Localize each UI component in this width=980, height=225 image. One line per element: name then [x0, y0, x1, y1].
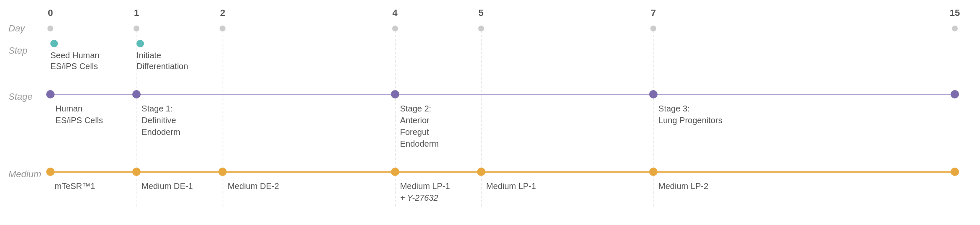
medium-text-4: Medium LP-1	[486, 180, 536, 192]
medium-line	[50, 171, 955, 173]
stage-dot-4	[951, 90, 959, 98]
day-label-0: 0	[48, 8, 53, 18]
stage-dot-1	[132, 90, 141, 98]
step-item-1: InitiateDifferentiation	[136, 40, 188, 72]
stage-line	[50, 94, 955, 95]
day-label-5: 5	[479, 8, 484, 18]
dashed-line-5	[481, 31, 482, 207]
medium-text-1: Medium DE-1	[141, 180, 193, 192]
stage-dot-0	[46, 90, 55, 98]
medium-text-2: Medium DE-2	[228, 180, 279, 192]
medium-text-0: mTeSR™1	[55, 180, 95, 192]
stage-dot-2	[391, 90, 399, 98]
dashed-line-7	[653, 31, 654, 207]
medium-dot-5	[649, 168, 658, 176]
day-dot-15	[952, 26, 958, 31]
stage-text-3: Stage 3:Lung Progenitors	[658, 103, 722, 126]
day-label-1: 1	[134, 8, 139, 18]
day-dot-0	[47, 26, 53, 31]
day-label-7: 7	[651, 8, 656, 18]
timeline-container: Day Step Stage Medium 01245715 Seed Huma…	[0, 0, 980, 225]
day-label-4: 4	[393, 8, 398, 18]
label-step: Step	[8, 45, 27, 56]
step-dot-0	[50, 40, 58, 47]
medium-dot-3	[391, 168, 399, 176]
stage-text-2: Stage 2:AnteriorForegutEndoderm	[400, 103, 439, 150]
step-item-0: Seed HumanES/iPS Cells	[50, 40, 100, 72]
medium-text-5: Medium LP-2	[658, 180, 708, 192]
medium-text-3: Medium LP-1+ Y-27632	[400, 180, 450, 204]
step-dot-1	[136, 40, 144, 47]
medium-dot-1	[132, 168, 141, 176]
step-text-0: Seed HumanES/iPS Cells	[50, 50, 100, 72]
stage-text-0: HumanES/iPS Cells	[55, 103, 103, 126]
dashed-line-4	[395, 31, 396, 207]
step-text-1: InitiateDifferentiation	[136, 50, 188, 72]
label-day: Day	[8, 23, 25, 34]
medium-dot-0	[46, 168, 55, 176]
stage-text-1: Stage 1:DefinitiveEndoderm	[141, 103, 180, 138]
day-label-15: 15	[950, 8, 960, 18]
stage-dot-3	[649, 90, 658, 98]
dashed-line-2	[223, 31, 223, 207]
day-label-2: 2	[220, 8, 225, 18]
label-stage: Stage	[8, 91, 33, 102]
day-numbers-row: 01245715	[50, 8, 955, 24]
medium-dot-4	[477, 168, 485, 176]
medium-dot-6	[951, 168, 959, 176]
label-medium: Medium	[8, 169, 41, 180]
medium-dot-2	[218, 168, 227, 176]
